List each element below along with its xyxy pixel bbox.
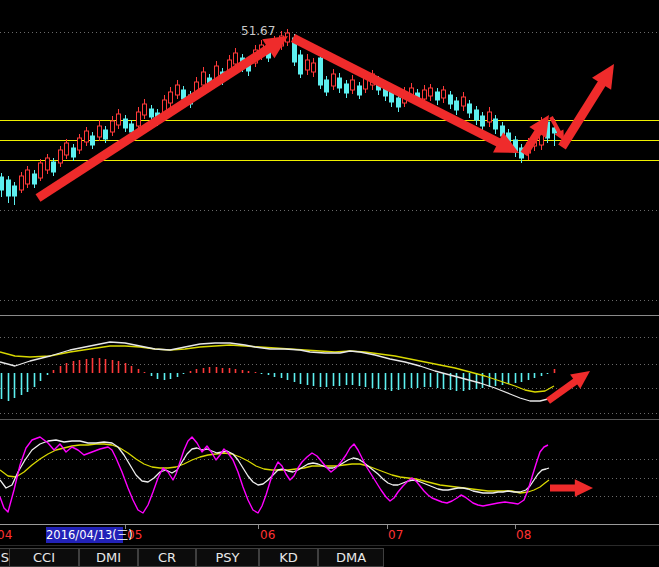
tab-kd[interactable]: KD (259, 548, 318, 567)
kdj-flat-arrow-head (575, 479, 593, 497)
candle-body (124, 119, 128, 128)
candle-body (0, 177, 4, 190)
month-label: 08 (516, 528, 531, 542)
candle-body (176, 85, 180, 95)
candle-body (98, 126, 102, 137)
candle-body (169, 92, 173, 103)
candle-body (436, 92, 440, 100)
axis-tick (258, 525, 259, 529)
candle-body (72, 148, 76, 157)
kdj-j-line (0, 437, 548, 513)
candle-body (85, 131, 89, 142)
candle-body (429, 88, 433, 96)
candle-body (39, 163, 43, 178)
macd-up-arrow (548, 380, 577, 401)
candle-body (332, 74, 336, 86)
candle-body (52, 162, 56, 172)
candle-body (423, 90, 427, 99)
month-label: 07 (388, 528, 403, 542)
candle-body (65, 143, 69, 155)
candle-body (13, 186, 17, 196)
peak-price-label: 51.67 (241, 24, 275, 38)
candle-body (319, 58, 323, 85)
candle-body (345, 84, 349, 93)
selected-date-box[interactable]: 2016/04/13(三) (46, 527, 123, 543)
candle-body (130, 124, 134, 132)
stock-chart-app: 51.67 0405060708 2016/04/13(三) SCCIDMICR… (0, 0, 659, 567)
candle-body (312, 63, 316, 72)
candle-body (306, 60, 310, 70)
candle-body (488, 112, 492, 122)
candle-body (468, 104, 472, 113)
candle-body (234, 53, 238, 64)
tab-psy[interactable]: PSY (196, 548, 259, 567)
candle-body (462, 97, 466, 106)
kdj-k-line (0, 440, 549, 493)
candle-body (20, 176, 24, 190)
candle-body (358, 86, 362, 95)
forecast-up-arrow (562, 82, 603, 147)
candle-body (111, 121, 115, 132)
candle-body (481, 116, 485, 126)
tab-dmi[interactable]: DMI (79, 548, 138, 567)
candle-body (455, 101, 459, 110)
chart-canvas (0, 0, 659, 567)
candle-body (442, 90, 446, 98)
candle-body (26, 170, 30, 184)
candle-body (117, 114, 121, 125)
candle-body (91, 136, 95, 145)
candle-body (7, 180, 11, 196)
candle-body (299, 55, 303, 74)
month-label: 04 (0, 528, 12, 542)
candle-body (104, 130, 108, 139)
candle-body (33, 174, 37, 184)
candle-body (351, 80, 355, 90)
macd-dea-line (0, 345, 554, 392)
candle-body (59, 150, 63, 163)
month-label: 06 (260, 528, 275, 542)
uptrend-arrow (38, 48, 270, 198)
candle-body (397, 98, 401, 107)
candle-body (338, 78, 342, 88)
macd-dif-line (0, 342, 554, 401)
candle-body (449, 95, 453, 104)
tab-dma[interactable]: DMA (318, 548, 384, 567)
tab-cci[interactable]: CCI (9, 548, 79, 567)
candle-body (325, 80, 329, 92)
candle-body (78, 138, 82, 150)
candle-body (46, 158, 50, 170)
candle-body (143, 104, 147, 115)
candle-body (150, 109, 154, 117)
candle-body (202, 72, 206, 85)
candle-body (494, 119, 498, 129)
indicator-tab-bar: SCCIDMICRPSYKDDMA (0, 545, 659, 567)
candle-body (137, 112, 141, 126)
candle-body (475, 110, 479, 120)
tab-cr[interactable]: CR (138, 548, 196, 567)
